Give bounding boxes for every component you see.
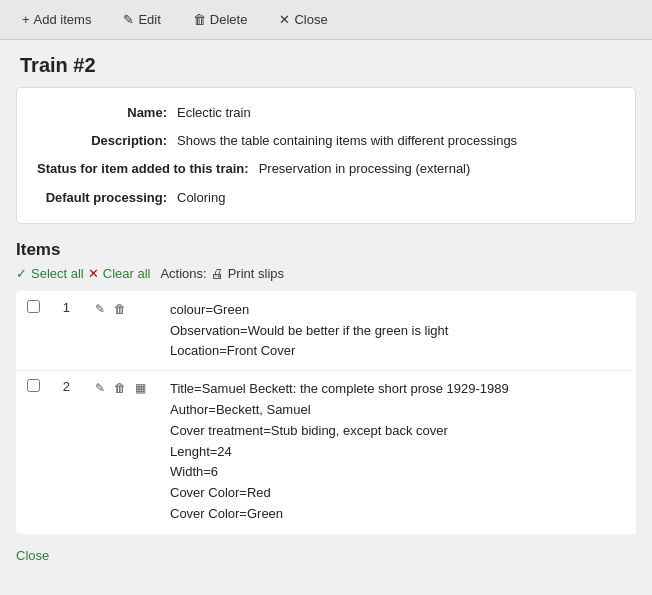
check-icon-select: ✓ [16, 266, 27, 281]
name-value: Eclectic train [177, 104, 251, 122]
default-processing-value: Coloring [177, 189, 225, 207]
detail-line: Cover Color=Green [170, 504, 625, 525]
detail-line: Width=6 [170, 462, 625, 483]
add-items-button[interactable]: + Add items [16, 8, 97, 31]
plus-icon: + [22, 12, 30, 27]
printer-icon: 🖨 [211, 266, 224, 281]
row-number: 2 [50, 371, 80, 534]
items-table: 1✎🗑colour=GreenObservation=Would be bett… [16, 291, 636, 534]
clear-all-link[interactable]: Clear all [103, 266, 151, 281]
row-details: Title=Samuel Beckett: the complete short… [160, 371, 636, 534]
default-processing-label: Default processing: [37, 189, 177, 207]
row-checkbox[interactable] [27, 300, 40, 313]
detail-line: Cover Color=Red [170, 483, 625, 504]
detail-line: Observation=Would be better if the green… [170, 321, 625, 342]
delete-row-icon[interactable]: 🗑 [110, 379, 130, 397]
row-icons: ✎🗑 [80, 291, 160, 370]
x-icon: ✕ [279, 12, 290, 27]
toolbar: + Add items ✎ Edit 🗑 Delete ✕ Close [0, 0, 652, 40]
description-row: Description: Shows the table containing … [37, 132, 615, 150]
row-details: colour=GreenObservation=Would be better … [160, 291, 636, 370]
delete-label: Delete [210, 12, 248, 27]
default-processing-row: Default processing: Coloring [37, 189, 615, 207]
add-items-label: Add items [34, 12, 92, 27]
table-row: 2✎🗑▦Title=Samuel Beckett: the complete s… [17, 371, 636, 534]
edit-icon: ✎ [123, 12, 134, 27]
delete-button[interactable]: 🗑 Delete [187, 8, 254, 31]
trash-icon: 🗑 [193, 12, 206, 27]
status-label: Status for item added to this train: [37, 160, 259, 178]
detail-line: Location=Front Cover [170, 341, 625, 362]
bottom-close: Close [16, 548, 636, 563]
row-checkbox[interactable] [27, 379, 40, 392]
close-button-toolbar[interactable]: ✕ Close [273, 8, 333, 31]
items-actions-bar: ✓ Select all ✕ Clear all Actions: 🖨 Prin… [16, 266, 636, 281]
name-label: Name: [37, 104, 177, 122]
close-link-bottom[interactable]: Close [16, 548, 49, 563]
row-checkbox-cell [17, 291, 51, 370]
edit-button[interactable]: ✎ Edit [117, 8, 166, 31]
detail-line: Title=Samuel Beckett: the complete short… [170, 379, 625, 400]
close-label: Close [294, 12, 327, 27]
detail-line: colour=Green [170, 300, 625, 321]
barcode-icon[interactable]: ▦ [130, 379, 150, 397]
edit-row-icon[interactable]: ✎ [90, 300, 110, 318]
description-label: Description: [37, 132, 177, 150]
items-section: Items ✓ Select all ✕ Clear all Actions: … [16, 240, 636, 534]
edit-row-icon[interactable]: ✎ [90, 379, 110, 397]
edit-label: Edit [138, 12, 160, 27]
row-checkbox-cell [17, 371, 51, 534]
row-icons: ✎🗑▦ [80, 371, 160, 534]
page-title: Train #2 [0, 40, 652, 87]
actions-label: Actions: [160, 266, 206, 281]
info-card: Name: Eclectic train Description: Shows … [16, 87, 636, 224]
name-row: Name: Eclectic train [37, 104, 615, 122]
print-slips-label: Print slips [228, 266, 284, 281]
table-row: 1✎🗑colour=GreenObservation=Would be bett… [17, 291, 636, 370]
detail-line: Lenght=24 [170, 442, 625, 463]
status-row: Status for item added to this train: Pre… [37, 160, 615, 178]
print-slips-button[interactable]: 🖨 Print slips [211, 266, 284, 281]
x-icon-clear: ✕ [88, 266, 99, 281]
items-title: Items [16, 240, 636, 260]
description-value: Shows the table containing items with di… [177, 132, 517, 150]
detail-line: Author=Beckett, Samuel [170, 400, 625, 421]
row-number: 1 [50, 291, 80, 370]
detail-line: Cover treatment=Stub biding, except back… [170, 421, 625, 442]
delete-row-icon[interactable]: 🗑 [110, 300, 130, 318]
select-all-link[interactable]: Select all [31, 266, 84, 281]
status-value: Preservation in processing (external) [259, 160, 471, 178]
